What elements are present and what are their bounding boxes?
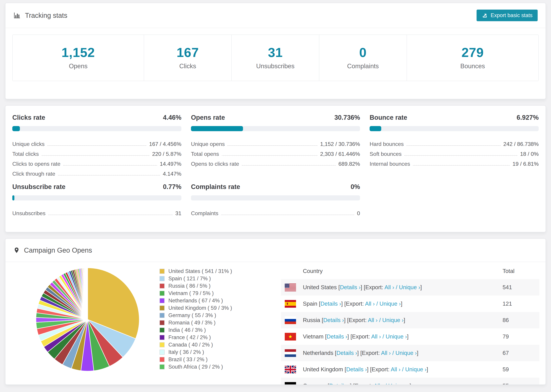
details-link[interactable]: Details › [320, 301, 341, 307]
legend-swatch-icon [160, 283, 165, 288]
rate-row: Clicks to opens rate14.497% [12, 157, 181, 167]
opens-rate-value: 30.736% [334, 114, 360, 121]
export-all-link[interactable]: All › [374, 383, 383, 385]
details-link[interactable]: Details › [323, 317, 344, 323]
tracking-stats-title: Tracking stats [13, 12, 67, 19]
legend-item[interactable]: South Africa ( 29 / 2% ) [160, 363, 281, 371]
rate-row: Click through rate4.147% [12, 167, 181, 177]
rate-row: Unique clicks167 / 4.456% [12, 137, 181, 147]
legend-swatch-icon [160, 291, 165, 296]
legend-label: India ( 46 / 3% ) [168, 327, 206, 333]
map-pin-icon [13, 247, 20, 253]
geo-table-row-es: Spain [Details ›] [Export: All › / Uniqu… [281, 295, 539, 312]
clicks-rate-title: Clicks rate [12, 114, 45, 121]
legend-item[interactable]: Russia ( 86 / 5% ) [160, 282, 281, 290]
flag-vn-icon [285, 333, 296, 341]
legend-label: United Kingdom ( 59 / 3% ) [168, 305, 232, 311]
geo-table-row-de: Germany [Details ›] [Export: All › / Uni… [281, 378, 539, 385]
details-link[interactable]: Details › [329, 383, 350, 385]
legend-item[interactable]: United Kingdom ( 59 / 3% ) [160, 304, 281, 312]
tracking-stats-card: Tracking stats Export basic stats 1,152 … [5, 3, 546, 99]
bounce-rate-value: 6.927% [517, 114, 539, 121]
legend-item[interactable]: Germany ( 55 / 3% ) [160, 312, 281, 319]
export-unique-link[interactable]: Unique › [399, 284, 420, 290]
geo-title: Campaign Geo Opens [13, 246, 92, 254]
legend-item[interactable]: Spain ( 121 / 7% ) [160, 275, 281, 282]
complaints-rate-value: 0% [351, 183, 360, 190]
rates-card: Clicks rate 4.46% Unique clicks167 / 4.4… [5, 105, 546, 232]
country-total: 86 [502, 317, 539, 323]
export-unique-link[interactable]: Unique › [380, 301, 401, 307]
export-unique-link[interactable]: Unique › [386, 333, 407, 340]
geo-pie-chart [16, 263, 160, 383]
legend-item[interactable]: Vietnam ( 79 / 5% ) [160, 290, 281, 297]
geo-table-row-nl: Netherlands [Details ›] [Export: All › /… [281, 345, 539, 361]
total-column-header: Total [502, 268, 539, 274]
legend-item[interactable]: India ( 46 / 3% ) [160, 326, 281, 334]
legend-item[interactable]: United States ( 541 / 31% ) [160, 267, 281, 275]
country-total: 121 [502, 301, 539, 307]
stat-opens: 1,152 Opens [13, 35, 144, 81]
complaints-count: 0 [359, 45, 367, 60]
opens-count: 1,152 [61, 45, 95, 60]
export-unique-link[interactable]: Unique › [382, 317, 404, 323]
export-all-link[interactable]: All › [381, 350, 391, 356]
export-unique-link[interactable]: Unique › [388, 383, 410, 385]
legend-label: South Africa ( 29 / 2% ) [168, 364, 223, 370]
legend-swatch-icon [160, 335, 165, 340]
export-all-link[interactable]: All › [384, 284, 394, 290]
legend-swatch-icon [160, 269, 165, 274]
complaints-rate-title: Complaints rate [191, 183, 240, 190]
legend-label: Italy ( 36 / 2% ) [168, 349, 204, 355]
pie-legend: United States ( 541 / 31% )Spain ( 121 /… [160, 263, 281, 385]
rate-row: Total opens2,303 / 61.446% [191, 147, 360, 157]
legend-item[interactable]: Romania ( 49 / 3% ) [160, 319, 281, 326]
export-basic-stats-button[interactable]: Export basic stats [477, 10, 538, 21]
country-total: 55 [502, 383, 539, 385]
legend-label: Netherlands ( 67 / 4% ) [168, 298, 223, 304]
rate-row: Hard bounces242 / 86.738% [370, 137, 539, 147]
legend-label: Germany ( 55 / 3% ) [168, 312, 216, 318]
rate-row: Soft bounces18 / 0% [370, 147, 539, 157]
export-all-link[interactable]: All › [371, 333, 381, 340]
export-all-link[interactable]: All › [368, 317, 378, 323]
rate-row: Total clicks220 / 5.87% [12, 147, 181, 157]
export-icon [482, 12, 488, 19]
complaints-rate-bar [191, 195, 360, 200]
country-total: 79 [502, 333, 539, 340]
legend-item[interactable]: Italy ( 36 / 2% ) [160, 348, 281, 356]
clicks-rate-bar [12, 126, 181, 131]
legend-item[interactable]: France ( 42 / 2% ) [160, 334, 281, 341]
details-link[interactable]: Details › [340, 284, 360, 290]
legend-swatch-icon [160, 276, 165, 281]
legend-item[interactable]: Canada ( 40 / 2% ) [160, 341, 281, 348]
details-link[interactable]: Details › [346, 366, 367, 372]
export-all-link[interactable]: All › [365, 301, 375, 307]
export-all-link[interactable]: All › [391, 366, 401, 372]
country-total: 59 [502, 366, 539, 373]
export-unique-link[interactable]: Unique › [405, 366, 427, 372]
details-link[interactable]: Details › [327, 333, 347, 340]
details-link[interactable]: Details › [336, 350, 357, 356]
export-unique-link[interactable]: Unique › [396, 350, 417, 356]
country-cell: Spain [Details ›] [Export: All › / Uniqu… [303, 301, 402, 307]
geo-body: United States ( 541 / 31% )Spain ( 121 /… [6, 262, 545, 385]
unsubscribe-rate-panel: Unsubscribe rate 0.77% Unsubscribes31 [12, 183, 181, 217]
clicks-rate-panel: Clicks rate 4.46% Unique clicks167 / 4.4… [12, 114, 181, 177]
legend-label: Romania ( 49 / 3% ) [168, 320, 216, 326]
legend-item[interactable]: Netherlands ( 67 / 4% ) [160, 297, 281, 304]
stat-bounces: 279 Bounces [407, 35, 538, 81]
legend-item[interactable]: Brazil ( 33 / 2% ) [160, 356, 281, 363]
flag-us-icon [285, 284, 296, 291]
tracking-stats-page: Tracking stats Export basic stats 1,152 … [0, 0, 551, 392]
flag-es-icon [285, 300, 296, 308]
legend-label: Brazil ( 33 / 2% ) [168, 357, 208, 363]
geo-table-row-ru: Russia [Details ›] [Export: All › / Uniq… [281, 312, 539, 328]
flag-de-icon [285, 382, 296, 385]
unsubscribe-rate-title: Unsubscribe rate [12, 183, 65, 190]
bar-chart-icon [13, 12, 21, 19]
geo-table-row-gb: United Kingdom [Details ›] [Export: All … [281, 361, 539, 378]
country-cell: United States [Details ›] [Export: All ›… [303, 284, 422, 291]
rate-row: Unique opens1,152 / 30.736% [191, 137, 360, 147]
legend-swatch-icon [160, 357, 165, 362]
